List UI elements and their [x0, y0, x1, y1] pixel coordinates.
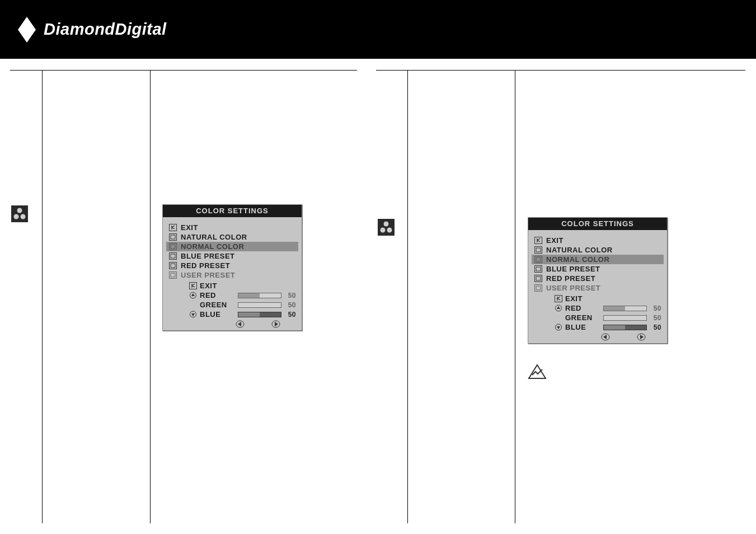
- right-arrow-icon[interactable]: [271, 320, 280, 328]
- blank-icon: [189, 301, 198, 309]
- enter-icon: [168, 252, 177, 260]
- enter-icon: [168, 262, 177, 270]
- exit-icon: [168, 224, 177, 232]
- osd-item-label: RED PRESET: [546, 274, 595, 283]
- up-arrow-icon: [554, 305, 563, 312]
- sub-blue[interactable]: BLUE 50: [189, 310, 296, 319]
- sub-green[interactable]: GREEN 50: [554, 313, 661, 322]
- page-content: COLOR SETTINGS EXIT NATURAL COLOR NORMAL…: [0, 59, 756, 534]
- divider-line: [407, 70, 408, 523]
- svg-rect-13: [171, 254, 175, 258]
- divider-line: [150, 70, 151, 523]
- svg-rect-16: [170, 272, 177, 279]
- svg-marker-42: [557, 326, 560, 329]
- sub-label: RED: [565, 304, 598, 312]
- svg-point-6: [387, 228, 392, 233]
- osd-item-label: BLUE PRESET: [546, 265, 600, 273]
- left-arrow-icon[interactable]: [236, 320, 245, 328]
- sub-label: BLUE: [565, 323, 598, 331]
- svg-marker-44: [603, 335, 607, 339]
- osd-item-red-preset[interactable]: RED PRESET: [534, 274, 661, 283]
- osd-item-blue-preset[interactable]: BLUE PRESET: [168, 251, 296, 261]
- down-arrow-icon: [189, 311, 198, 318]
- page-header: DiamondDigital: [0, 0, 756, 59]
- sub-label: EXIT: [200, 282, 217, 290]
- sub-exit[interactable]: EXIT: [554, 294, 661, 303]
- note-icon: [528, 364, 547, 382]
- svg-rect-33: [536, 267, 541, 271]
- svg-rect-34: [535, 275, 542, 282]
- osd-item-normal[interactable]: NORMAL COLOR: [532, 255, 664, 264]
- exit-icon: [189, 282, 198, 290]
- svg-rect-9: [171, 235, 175, 239]
- svg-marker-26: [275, 322, 278, 326]
- svg-rect-11: [171, 245, 175, 249]
- osd-item-exit[interactable]: EXIT: [168, 223, 296, 232]
- svg-rect-28: [535, 247, 542, 254]
- blue-bar: [603, 325, 647, 330]
- svg-rect-8: [170, 234, 177, 241]
- sub-red[interactable]: RED 50: [189, 291, 296, 300]
- divider-line: [10, 70, 357, 71]
- blue-bar: [238, 312, 281, 317]
- osd-item-label: USER PRESET: [546, 284, 600, 292]
- red-value: 50: [285, 292, 296, 299]
- osd-body: EXIT NATURAL COLOR NORMAL COLOR BLUE PRE…: [163, 217, 302, 330]
- divider-line: [376, 70, 745, 71]
- osd-item-user-preset[interactable]: USER PRESET: [534, 283, 661, 293]
- osd-item-normal[interactable]: NORMAL COLOR: [166, 242, 298, 251]
- sub-red[interactable]: RED 50: [554, 303, 661, 313]
- down-arrow-icon: [554, 324, 563, 331]
- osd-title: COLOR SETTINGS: [163, 205, 302, 217]
- osd-item-label: NORMAL COLOR: [181, 242, 244, 251]
- green-bar: [238, 302, 281, 308]
- red-value: 50: [650, 305, 661, 312]
- osd-item-exit[interactable]: EXIT: [534, 236, 661, 245]
- svg-marker-46: [640, 335, 644, 339]
- svg-marker-47: [529, 365, 546, 378]
- svg-point-2: [14, 214, 19, 219]
- sub-label: RED: [200, 291, 232, 299]
- blank-icon: [554, 314, 563, 322]
- arrow-row: [189, 320, 296, 328]
- sub-green[interactable]: GREEN 50: [189, 300, 296, 310]
- blue-value: 50: [650, 324, 661, 331]
- osd-panel-right: COLOR SETTINGS EXIT NATURAL COLOR NORMAL…: [528, 217, 668, 344]
- sub-blue[interactable]: BLUE 50: [554, 322, 661, 332]
- svg-point-4: [384, 222, 389, 227]
- svg-rect-35: [536, 277, 541, 280]
- enter-icon: [168, 243, 177, 251]
- osd-item-label: EXIT: [181, 223, 198, 232]
- user-preset-sub: EXIT RED 50 GREEN: [534, 294, 661, 341]
- osd-item-natural[interactable]: NATURAL COLOR: [534, 245, 661, 255]
- osd-item-natural[interactable]: NATURAL COLOR: [168, 232, 296, 242]
- red-bar: [603, 306, 647, 311]
- osd-item-blue-preset[interactable]: BLUE PRESET: [534, 264, 661, 274]
- svg-marker-0: [18, 17, 36, 43]
- svg-rect-14: [170, 263, 177, 269]
- svg-rect-31: [536, 257, 541, 261]
- osd-item-red-preset[interactable]: RED PRESET: [168, 261, 296, 270]
- svg-rect-12: [170, 253, 177, 260]
- divider-line: [515, 70, 515, 523]
- up-arrow-icon: [189, 292, 198, 299]
- sub-exit[interactable]: EXIT: [189, 281, 296, 291]
- svg-rect-29: [536, 248, 541, 252]
- user-preset-sub: EXIT RED 50 GREEN: [168, 281, 296, 328]
- enter-icon: [168, 271, 177, 279]
- svg-marker-24: [238, 322, 241, 326]
- color-settings-icon: [11, 205, 28, 222]
- green-bar: [603, 315, 647, 321]
- enter-icon: [534, 246, 543, 254]
- color-settings-icon: [378, 219, 395, 236]
- osd-item-user-preset[interactable]: USER PRESET: [168, 270, 296, 280]
- right-arrow-icon[interactable]: [637, 333, 646, 341]
- svg-rect-10: [170, 243, 177, 250]
- green-value: 50: [650, 314, 661, 322]
- divider-line: [42, 70, 43, 523]
- svg-marker-40: [557, 306, 560, 309]
- osd-item-label: EXIT: [546, 236, 564, 245]
- osd-item-label: USER PRESET: [181, 271, 235, 279]
- left-arrow-icon[interactable]: [601, 333, 610, 341]
- svg-rect-36: [535, 285, 542, 292]
